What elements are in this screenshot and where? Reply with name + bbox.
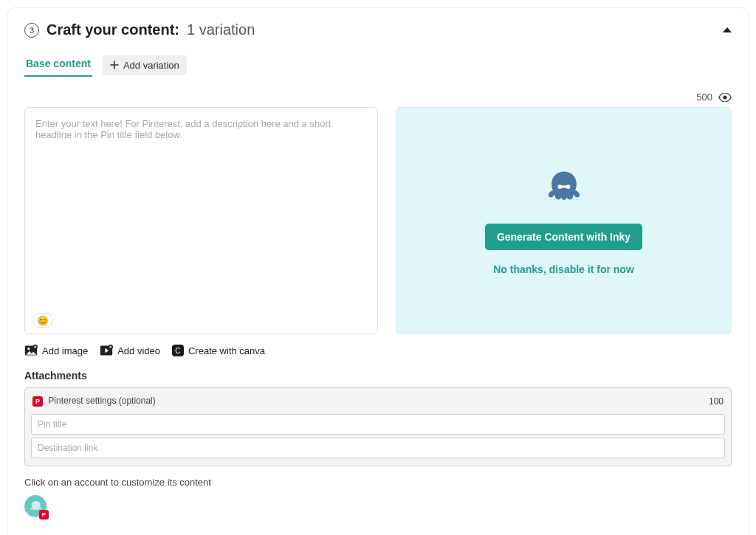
destination-link-input[interactable]: [31, 438, 725, 458]
disable-inky-link[interactable]: No thanks, disable it for now: [493, 263, 634, 275]
content-card: 3 Craft your content: 1 variation Base c…: [7, 7, 749, 535]
svg-point-0: [723, 95, 726, 99]
pinterest-network-badge-icon: P: [39, 510, 49, 520]
text-editor: 😊: [24, 107, 378, 334]
add-image-button[interactable]: Add image: [24, 345, 88, 356]
step-number-badge: 3: [24, 23, 39, 38]
pin-char-count: 100: [709, 396, 724, 407]
preview-eye-icon[interactable]: [718, 93, 732, 102]
pinterest-settings-label: P Pinterest settings (optional): [32, 396, 156, 407]
pinterest-settings-text: Pinterest settings (optional): [48, 396, 155, 406]
svg-rect-3: [558, 185, 569, 187]
emoji-picker-button[interactable]: 😊: [32, 313, 53, 328]
generate-inky-button[interactable]: Generate Content with Inky: [485, 224, 642, 250]
svg-point-5: [27, 348, 30, 350]
inky-panel: Generate Content with Inky No thanks, di…: [396, 107, 732, 334]
video-icon: [100, 345, 113, 356]
section-header: 3 Craft your content: 1 variation: [24, 21, 732, 38]
char-count-main: 500: [696, 92, 712, 103]
tab-base-content[interactable]: Base content: [24, 53, 92, 77]
pinterest-badge-icon: P: [32, 396, 43, 407]
canva-icon: C: [172, 345, 184, 356]
pinterest-settings-header: P Pinterest settings (optional) 100: [31, 394, 725, 411]
create-canva-label: Create with canva: [188, 345, 265, 356]
account-avatar[interactable]: P: [24, 495, 47, 517]
add-variation-button[interactable]: Add variation: [103, 55, 187, 75]
create-canva-button[interactable]: C Create with canva: [172, 345, 265, 356]
char-count-row: 500: [24, 92, 732, 103]
section-subtitle: 1 variation: [187, 21, 255, 38]
header-left: 3 Craft your content: 1 variation: [24, 21, 255, 38]
content-textarea[interactable]: [34, 117, 368, 301]
collapse-toggle-icon[interactable]: [723, 27, 732, 32]
add-image-label: Add image: [42, 345, 88, 356]
plus-icon: [110, 61, 119, 69]
pinterest-settings-box: P Pinterest settings (optional) 100: [24, 387, 732, 466]
attachments-title: Attachments: [24, 370, 732, 382]
pin-title-input[interactable]: [31, 414, 725, 435]
media-buttons-row: Add image Add video C Create with canva: [24, 345, 732, 356]
add-video-button[interactable]: Add video: [100, 345, 160, 356]
add-variation-label: Add variation: [123, 60, 179, 71]
add-video-label: Add video: [117, 345, 160, 356]
section-title: Craft your content:: [47, 21, 179, 38]
inky-octopus-icon: [542, 166, 586, 210]
tabs-row: Base content Add variation: [24, 53, 732, 77]
editor-columns: 😊 Generate Content with Inky No thanks, …: [24, 107, 732, 334]
image-icon: [24, 345, 38, 356]
emoji-icon: 😊: [37, 315, 49, 326]
customize-hint: Click on an account to customize its con…: [24, 477, 732, 488]
